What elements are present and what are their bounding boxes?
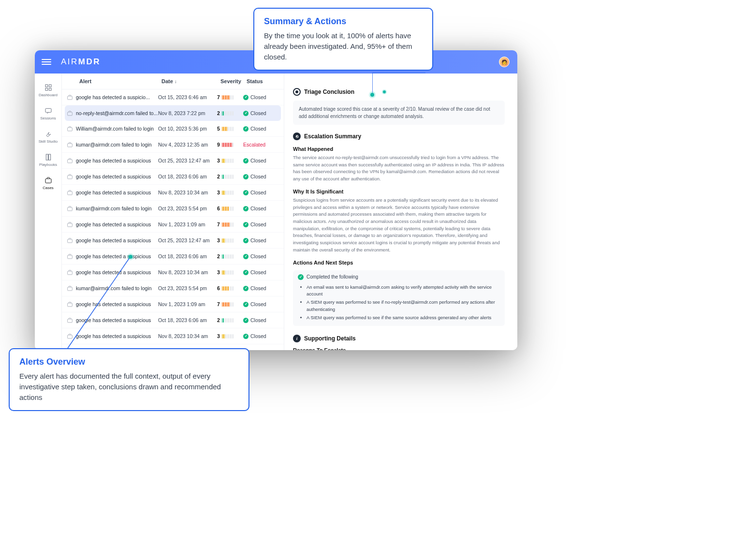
check-icon: ✓	[243, 318, 249, 323]
alert-status: ✓Closed	[243, 317, 277, 323]
col-severity-header[interactable]: Severity	[220, 78, 247, 84]
alert-severity: 3	[217, 333, 243, 339]
alert-date: Nov 8, 2023 10:34 am	[158, 333, 217, 339]
sidebar-item-label: Dashboard	[39, 93, 58, 97]
col-alert-header[interactable]: Alert	[79, 78, 161, 84]
supporting-details-title: Supporting Details	[304, 335, 356, 342]
connector-dot-top	[369, 91, 376, 98]
alert-severity: 2	[217, 317, 243, 323]
sidebar-item-sessions[interactable]: Sessions	[35, 102, 61, 125]
svg-rect-13	[68, 175, 73, 178]
case-icon	[67, 124, 73, 133]
triage-conclusion-body: Automated triage scored this case at a s…	[293, 101, 505, 125]
check-icon: ✓	[243, 222, 249, 227]
alert-severity: 2	[217, 110, 243, 116]
svg-rect-20	[68, 287, 73, 290]
col-date-header[interactable]: Date↓	[161, 78, 220, 84]
alert-row[interactable]: google has detected a suspicio... Oct 15…	[62, 89, 284, 105]
escalation-summary-title: Escalation Summary	[304, 133, 361, 140]
alert-status: ✓Closed	[243, 253, 277, 259]
alert-row[interactable]: kumar@airmdr.com failed to login Oct 23,…	[62, 280, 284, 296]
check-icon: ✓	[298, 274, 304, 280]
sidebar-item-cases[interactable]: Cases	[35, 171, 61, 194]
svg-rect-5	[46, 154, 48, 160]
check-icon: ✓	[243, 206, 249, 211]
alert-severity: 6	[217, 206, 243, 211]
alert-title: google has detected a suspicious	[76, 269, 158, 275]
sidebar-item-skill-studio[interactable]: Skill Studio	[35, 125, 61, 148]
alert-severity: 9	[217, 142, 243, 147]
alert-date: Oct 10, 2023 5:36 pm	[158, 126, 217, 132]
svg-rect-15	[68, 207, 73, 210]
case-icon	[67, 92, 73, 102]
sidebar-item-dashboard[interactable]: Dashboard	[35, 78, 61, 102]
svg-rect-7	[45, 178, 51, 183]
alert-row[interactable]: google has detected a suspicious Oct 18,…	[62, 312, 284, 328]
case-icon	[67, 236, 73, 245]
alert-title: kumar@airmdr.com failed to login	[76, 142, 158, 147]
svg-rect-9	[68, 112, 73, 115]
case-icon	[67, 108, 73, 118]
alert-row[interactable]: google has detected a suspicious Nov 8, …	[62, 328, 284, 344]
wrench-icon	[44, 130, 53, 138]
case-icon	[67, 331, 73, 341]
alert-status: ✓Closed	[243, 94, 277, 100]
alert-status: ✓Closed	[243, 221, 277, 227]
alert-row[interactable]: kumar@airmdr.com failed to login Nov 4, …	[62, 137, 284, 153]
alert-row[interactable]: google has detected a suspicious Oct 25,…	[62, 153, 284, 169]
alert-severity: 2	[217, 253, 243, 259]
alert-severity: 2	[217, 174, 243, 179]
case-icon	[67, 283, 73, 293]
alert-row[interactable]: google has detected a suspicious Oct 18,…	[62, 169, 284, 185]
avatar[interactable]: 🧑	[499, 57, 510, 67]
alert-row[interactable]: google has detected a suspicious Oct 18,…	[62, 249, 284, 265]
menu-icon[interactable]	[42, 57, 51, 67]
alert-status: ✓Closed	[243, 269, 277, 275]
logo: AIRMDR	[61, 57, 101, 67]
alert-status: ✓Closed	[243, 333, 277, 339]
alert-title: William@airmdr.com failed to login	[76, 126, 158, 132]
check-icon: ✓	[243, 302, 249, 307]
alert-status: ✓Closed	[243, 110, 277, 116]
connector-dot-bottom	[127, 253, 134, 260]
sidebar-item-label: Skill Studio	[39, 139, 58, 144]
pulse-indicator	[382, 89, 387, 94]
alert-title: google has detected a suspicious	[76, 190, 158, 195]
svg-rect-0	[45, 85, 48, 87]
case-icon	[67, 172, 73, 181]
alert-severity: 5	[217, 126, 243, 132]
check-icon: ✓	[243, 158, 249, 163]
actions-next-steps-title: Actions And Next Steps	[293, 260, 505, 265]
alert-row[interactable]: kumar@airmdr.com failed to login Oct 23,…	[62, 201, 284, 217]
alert-row[interactable]: William@airmdr.com failed to login Oct 1…	[62, 121, 284, 137]
check-icon: ✓	[243, 238, 249, 243]
col-status-header[interactable]: Status	[247, 78, 276, 84]
alert-title: google has detected a suspicious	[76, 253, 158, 259]
alert-row[interactable]: google has detected a suspicious Nov 8, …	[62, 265, 284, 280]
check-icon: ✓	[243, 174, 249, 179]
book-icon	[44, 153, 53, 162]
alert-row[interactable]: google has detected a suspicious Nov 8, …	[62, 185, 284, 201]
alert-status: ✓Closed	[243, 301, 277, 307]
alert-date: Oct 15, 2023 6:46 am	[158, 94, 217, 100]
case-icon	[67, 267, 73, 277]
alert-status: ✓Closed	[243, 126, 277, 132]
briefcase-icon	[44, 176, 53, 185]
chat-icon	[44, 106, 53, 115]
alert-row[interactable]: google has detected a suspicious Nov 1, …	[62, 296, 284, 312]
callout-summary-actions: Summary & Actions By the time you look a…	[253, 8, 433, 71]
dashboard-icon	[44, 83, 53, 92]
alert-row[interactable]: google has detected a suspicious Nov 1, …	[62, 217, 284, 233]
svg-rect-23	[68, 335, 73, 338]
case-icon	[67, 140, 73, 149]
callout-bottom-body: Every alert has documented the full cont…	[19, 371, 239, 402]
alert-title: google has detected a suspicious	[76, 221, 158, 227]
alert-title: google has detected a suspicious	[76, 301, 158, 307]
sidebar-item-label: Cases	[43, 186, 54, 190]
case-icon	[67, 315, 73, 325]
alert-date: Oct 18, 2023 6:06 am	[158, 253, 217, 259]
alert-row[interactable]: no-reply-test@airmdr.com failed to... No…	[65, 105, 281, 121]
alert-date: Oct 23, 2023 5:54 pm	[158, 285, 217, 291]
alert-row[interactable]: google has detected a suspicious Oct 25,…	[62, 233, 284, 249]
sidebar-item-playbooks[interactable]: Playbooks	[35, 148, 61, 171]
